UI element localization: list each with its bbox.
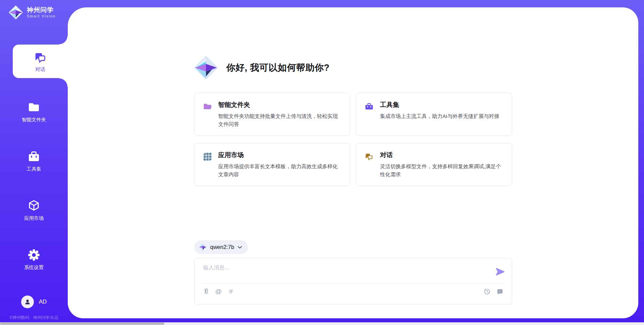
composer-right-tools [484, 288, 504, 295]
grid-icon [203, 152, 212, 161]
diamond-logo-icon [8, 5, 23, 20]
card-toolset[interactable]: 工具集 集成市场上主流工具，助力AI与外界无缝扩展与对接 [356, 93, 512, 136]
card-title: 工具集 [380, 101, 504, 109]
sidebar-item-label: 工具集 [26, 166, 41, 172]
brand-name: 神州问学 [27, 7, 56, 14]
sidebar-item-label: 智能文件夹 [22, 117, 46, 123]
card-description: 集成市场上主流工具，助力AI与外界无缝扩展与对接 [380, 112, 504, 120]
comment-icon[interactable] [496, 288, 504, 295]
diamond-logo-icon [193, 55, 219, 81]
chat-bubbles-icon [365, 152, 374, 161]
greeting-row: 你好, 我可以如何帮助你? [193, 55, 330, 81]
history-icon[interactable] [484, 288, 491, 295]
diamond-logo-icon [199, 243, 207, 251]
brand: 神州问学 Smart Vision [0, 0, 68, 20]
person-icon [23, 298, 32, 306]
card-description: 应用市场提供丰富长文本模板，助力高效生成多样化文章内容 [218, 162, 342, 179]
sidebar: 神州问学 Smart Vision 对话 智能文件夹 [0, 0, 68, 325]
greeting-text: 你好, 我可以如何帮助你? [226, 62, 330, 74]
sidebar-item-app-market[interactable]: 应用市场 [0, 199, 68, 221]
composer-divider [202, 283, 504, 284]
folder-open-icon [203, 102, 212, 111]
avatar [21, 296, 34, 308]
card-title: 对话 [380, 151, 504, 159]
chevron-down-icon [237, 246, 242, 249]
sidebar-item-label: 应用市场 [24, 215, 44, 221]
message-input[interactable] [203, 263, 478, 273]
horizontal-scrollbar[interactable] [0, 322, 644, 325]
card-title: 智能文件夹 [218, 101, 342, 109]
scrollbar-thumb[interactable] [0, 323, 164, 325]
composer-tools: @ # [203, 288, 235, 295]
at-sign-icon[interactable]: @ [215, 288, 222, 295]
send-icon[interactable] [495, 267, 505, 277]
feature-cards: 智能文件夹 智能文件夹功能支持批量文件上传与清洗，轻松实现文件问答 工具集 集成… [194, 93, 512, 186]
main-panel: 你好, 我可以如何帮助你? 智能文件夹 智能文件夹功能支持批量文件上传与清洗，轻… [68, 7, 638, 318]
card-app-market[interactable]: 应用市场 应用市场提供丰富长文本模板，助力高效生成多样化文章内容 [194, 143, 351, 186]
main-content: 你好, 我可以如何帮助你? 智能文件夹 智能文件夹功能支持批量文件上传与清洗，轻… [194, 7, 512, 318]
composer: @ # [194, 258, 512, 305]
sidebar-item-settings[interactable]: 系统设置 [0, 248, 68, 271]
cube-icon [27, 199, 41, 212]
chat-bubbles-icon [33, 50, 47, 64]
card-chat[interactable]: 对话 灵活切换多模型文件，支持多样回复效果调试,满足个性化需求 [356, 143, 512, 186]
model-selector[interactable]: qwen2:7b [194, 240, 248, 254]
briefcase-icon [365, 102, 374, 111]
sidebar-item-toolset[interactable]: 工具集 [0, 150, 68, 172]
model-name: qwen2:7b [210, 244, 234, 250]
sidebar-item-chat-active[interactable]: 对话 [13, 45, 68, 78]
card-description: 灵活切换多模型文件，支持多样回复效果调试,满足个性化需求 [380, 162, 504, 179]
sidebar-item-smart-folder[interactable]: 智能文件夹 [0, 101, 68, 123]
hash-icon[interactable]: # [227, 288, 235, 295]
gear-icon [27, 248, 41, 262]
folder-icon [27, 101, 41, 114]
card-description: 智能文件夹功能支持批量文件上传与清洗，轻松实现文件问答 [218, 112, 342, 128]
app-viewport: 你好, 我可以如何帮助你? 智能文件夹 智能文件夹功能支持批量文件上传与清洗，轻… [0, 0, 644, 325]
sidebar-item-label: 对话 [35, 66, 45, 73]
sidebar-nav: 智能文件夹 工具集 应用市场 [0, 101, 68, 298]
sidebar-item-label: 系统设置 [24, 264, 44, 271]
card-title: 应用市场 [218, 151, 342, 159]
user-account[interactable]: AD [0, 296, 68, 308]
copyright-text: ©神州数码 · 神州问学出品 [0, 315, 68, 321]
toolbox-icon [27, 150, 41, 163]
card-smart-folder[interactable]: 智能文件夹 智能文件夹功能支持批量文件上传与清洗，轻松实现文件问答 [194, 93, 351, 136]
brand-subtitle: Smart Vision [27, 14, 56, 18]
paperclip-icon[interactable] [203, 288, 210, 295]
user-name: AD [39, 299, 47, 305]
